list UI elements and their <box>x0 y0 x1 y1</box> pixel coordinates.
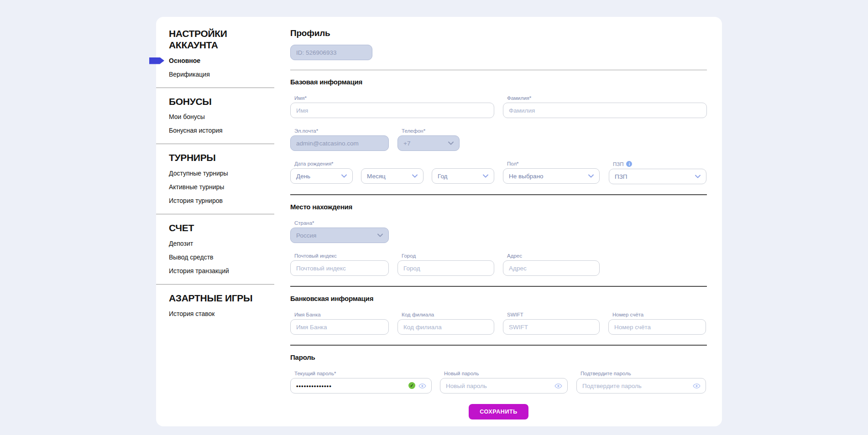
city-label: Город <box>402 253 494 259</box>
new-password-input[interactable] <box>440 378 568 394</box>
dob-year-value: Год <box>438 173 448 180</box>
sidebar-item-label: Бонусная история <box>169 127 223 134</box>
postcode-input[interactable] <box>290 260 389 276</box>
new-password-label: Новый пароль <box>444 371 568 376</box>
account-number-input[interactable] <box>608 319 706 335</box>
pzp-select[interactable]: ПЗП <box>609 169 706 184</box>
address-label: Адрес <box>507 253 600 259</box>
sidebar-item-withdrawal[interactable]: Вывод средств <box>169 254 290 261</box>
sidebar-item-deposit[interactable]: Депозит <box>169 240 290 248</box>
sidebar-section-title-account-settings: НАСТРОЙКИ АККАУНТА <box>169 28 272 51</box>
active-item-arrow-icon <box>149 57 164 64</box>
bank-row: Имя Банка Код филиала SWIFT Номер счёта <box>290 312 707 335</box>
confirm-password-input[interactable] <box>576 378 706 394</box>
dob-day-select[interactable]: День <box>290 168 353 184</box>
save-button[interactable]: СОХРАНИТЬ <box>469 404 528 419</box>
sidebar-divider <box>156 88 274 88</box>
branch-code-input[interactable] <box>397 319 494 335</box>
country-value: Россия <box>296 232 316 239</box>
sidebar-item-bonus-history[interactable]: Бонусная история <box>169 127 290 135</box>
account-number-field-group: Номер счёта <box>608 312 706 335</box>
sidebar-item-active-tournaments[interactable]: Активные турниры <box>169 183 290 191</box>
sidebar-item-verification[interactable]: Верификация <box>169 71 290 78</box>
new-password-field-group: Новый пароль <box>440 371 568 394</box>
sidebar-item-label: Мои бонусы <box>169 113 205 120</box>
phone-code-value: +7 <box>403 140 410 147</box>
chevron-down-icon <box>448 141 454 145</box>
dob-day-value: День <box>296 173 310 180</box>
dob-year-select[interactable]: Год <box>432 168 494 184</box>
section-divider <box>290 286 707 287</box>
sidebar-item-label: Доступные турниры <box>169 170 228 177</box>
sidebar-item-label: История транзакций <box>169 267 229 274</box>
section-divider <box>290 194 707 195</box>
first-name-input[interactable] <box>290 103 494 118</box>
sidebar-section-title-tournaments: ТУРНИРЫ <box>169 152 272 164</box>
last-name-label: Фамилия* <box>507 95 707 101</box>
sidebar-item-label: Активные турниры <box>169 183 224 191</box>
gender-label: Пол* <box>507 161 600 166</box>
sidebar-item-tournament-history[interactable]: История турниров <box>169 197 290 205</box>
phone-label: Телефон* <box>402 128 460 134</box>
sidebar-item-transaction-history[interactable]: История транзакций <box>169 267 290 275</box>
chevron-down-icon <box>588 174 594 178</box>
birth-gender-row: Дата рождения* День Месяц <box>290 161 707 184</box>
chevron-down-icon <box>695 175 701 178</box>
name-row: Имя* Фамилия* <box>290 95 707 118</box>
sidebar-item-bet-history[interactable]: История ставок <box>169 310 290 318</box>
sidebar: НАСТРОЙКИ АККАУНТА Основное Верификация … <box>156 17 290 426</box>
confirm-password-field-group: Подтвердите пароль <box>576 371 706 394</box>
sidebar-item-available-tournaments[interactable]: Доступные турниры <box>169 170 290 177</box>
sidebar-section-title-bonuses: БОНУСЫ <box>169 96 272 108</box>
gender-value: Не выбрано <box>509 173 544 180</box>
last-name-field-group: Фамилия* <box>503 95 707 118</box>
country-field-group: Страна* Россия <box>290 220 389 243</box>
sidebar-divider <box>156 214 274 214</box>
check-circle-icon: ✓ <box>408 382 415 389</box>
basic-info-heading: Базовая информация <box>290 78 707 86</box>
email-input <box>290 135 389 151</box>
chevron-down-icon <box>483 174 488 178</box>
first-name-label: Имя* <box>294 95 494 101</box>
sidebar-section-title-gambling: АЗАРТНЫЕ ИГРЫ <box>169 293 272 304</box>
eye-icon[interactable] <box>693 382 701 390</box>
gender-field-group: Пол* Не выбрано <box>503 161 600 184</box>
address-input[interactable] <box>503 260 600 276</box>
account-number-label: Номер счёта <box>612 312 706 317</box>
address-row: Почтовый индекс Город Адрес <box>290 253 707 276</box>
user-id-field <box>290 45 372 60</box>
eye-icon[interactable] <box>554 382 562 390</box>
sidebar-item-label: Верификация <box>169 71 210 78</box>
sidebar-item-my-bonuses[interactable]: Мои бонусы <box>169 113 290 121</box>
bank-name-field-group: Имя Банка <box>290 312 389 335</box>
password-heading: Пароль <box>290 353 707 361</box>
section-divider <box>290 345 707 346</box>
dob-field-group: Дата рождения* День Месяц <box>290 161 494 184</box>
sidebar-divider <box>156 144 274 144</box>
dob-month-select[interactable]: Месяц <box>361 168 424 184</box>
sidebar-item-label: История ставок <box>169 310 214 317</box>
first-name-field-group: Имя* <box>290 95 494 118</box>
swift-input[interactable] <box>503 319 600 335</box>
confirm-password-label: Подтвердите пароль <box>580 371 706 376</box>
phone-code-select: +7 <box>397 135 460 151</box>
city-input[interactable] <box>397 260 494 276</box>
sidebar-item-label: Основное <box>169 57 200 64</box>
sidebar-item-main[interactable]: Основное <box>169 57 290 65</box>
eye-icon[interactable] <box>418 382 426 390</box>
postcode-field-group: Почтовый индекс <box>290 253 389 276</box>
last-name-input[interactable] <box>503 103 707 118</box>
current-password-field-group: Текущий пароль* ✓ <box>290 371 432 394</box>
chevron-down-icon <box>412 174 418 178</box>
page-title: Профиль <box>290 28 707 38</box>
country-row: Страна* Россия <box>290 220 707 243</box>
gender-select[interactable]: Не выбрано <box>503 168 600 184</box>
swift-label: SWIFT <box>507 312 600 317</box>
sidebar-divider <box>156 284 274 285</box>
info-icon[interactable]: i <box>626 161 632 167</box>
pzp-label: ПЗП i <box>613 161 706 167</box>
dob-selects: День Месяц Год <box>290 168 494 184</box>
dob-label: Дата рождения* <box>294 161 494 166</box>
bank-name-input[interactable] <box>290 319 389 335</box>
phone-field-group: Телефон* +7 <box>397 128 460 151</box>
